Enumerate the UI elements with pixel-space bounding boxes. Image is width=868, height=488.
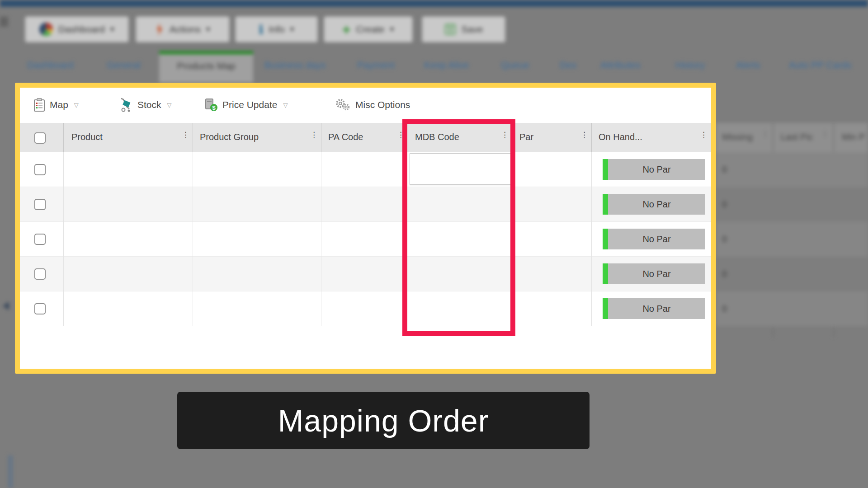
missing-value: 0 <box>722 222 727 257</box>
on-hand-badge: No Par <box>603 263 705 284</box>
chevron-down-outline-icon: ▽ <box>283 102 288 108</box>
tab-alerts[interactable]: Alerts <box>736 60 760 70</box>
column-menu-icon[interactable]: ⋮ <box>821 129 829 138</box>
tab-dashboard[interactable]: Dashboard <box>27 60 74 70</box>
row-checkbox[interactable] <box>34 164 46 175</box>
tab-general[interactable]: General <box>107 60 141 70</box>
table-row[interactable]: No Par <box>20 152 711 187</box>
chevron-down-icon: ▼ <box>390 26 394 33</box>
tab-attributes[interactable]: Attributes <box>600 60 641 70</box>
row-checkbox[interactable] <box>34 303 46 314</box>
column-menu-icon[interactable]: ⋮ <box>397 130 405 139</box>
table-row[interactable]: No Par <box>20 291 711 326</box>
on-hand-label: No Par <box>608 263 705 284</box>
save-button[interactable]: Save <box>422 16 505 42</box>
on-hand-label: No Par <box>608 159 705 180</box>
map-menu-button[interactable]: Map ▽ <box>33 94 79 116</box>
on-hand-label: No Par <box>608 229 705 249</box>
column-header-par[interactable]: Par <box>519 132 533 142</box>
missing-value: 0 <box>722 187 727 222</box>
table-row-right: 0 <box>716 291 868 326</box>
actions-button[interactable]: Actions ▼ <box>136 16 230 42</box>
price-tag-icon: $ <box>204 98 218 112</box>
lightning-icon <box>155 23 164 36</box>
collapse-panel-arrow-icon[interactable] <box>3 302 9 310</box>
clipboard-icon <box>33 98 45 112</box>
save-button-label: Save <box>462 24 483 35</box>
browser-top-bar <box>0 0 868 7</box>
column-header-pa-code[interactable]: PA Code <box>328 132 363 142</box>
misc-options-label: Misc Options <box>355 99 410 110</box>
chevron-down-outline-icon: ▽ <box>74 102 79 108</box>
column-header-min-p[interactable]: Min P <box>842 132 865 142</box>
info-icon: i <box>259 23 263 36</box>
tab-dex[interactable]: Dex <box>560 60 576 70</box>
column-divider <box>591 123 592 152</box>
table-row[interactable]: No Par <box>20 257 711 291</box>
table-row[interactable]: No Par <box>20 222 711 257</box>
column-menu-icon[interactable]: ⋮ <box>761 129 769 138</box>
table-row[interactable]: No Par <box>20 187 711 222</box>
table-row-right: 0 <box>716 257 868 291</box>
on-hand-badge: No Par <box>603 159 705 180</box>
column-header-missing[interactable]: Missing <box>722 132 753 142</box>
create-button-label: Create <box>356 24 384 35</box>
price-update-menu-label: Price Update <box>222 99 277 110</box>
save-icon <box>444 23 456 35</box>
column-header-mdb-code[interactable]: MDB Code <box>415 132 459 142</box>
missing-value: 0 <box>722 291 727 326</box>
pie-chart-icon <box>39 23 53 36</box>
column-header-on-hand[interactable]: On Hand... <box>599 132 642 142</box>
stock-menu-button[interactable]: Stock ▽ <box>119 94 172 116</box>
table-row-right: 0 <box>716 222 868 257</box>
actions-button-label: Actions <box>170 24 201 35</box>
dashboard-button[interactable]: Dashboard ▼ <box>25 16 129 42</box>
tab-business-days[interactable]: Business days <box>264 60 326 70</box>
column-divider <box>321 152 321 326</box>
column-divider <box>408 152 408 326</box>
active-tab-indicator <box>159 51 253 54</box>
column-header-last-pic[interactable]: Last Pic <box>781 132 813 142</box>
column-divider <box>591 152 592 326</box>
misc-options-button[interactable]: Misc Options <box>335 94 410 116</box>
mapping-order-label: Mapping Order <box>177 392 590 449</box>
tab-auto-pp-cards[interactable]: Auto PP Cards <box>789 60 852 70</box>
select-all-checkbox[interactable] <box>34 132 46 144</box>
gears-icon <box>335 99 351 111</box>
plus-icon: + <box>342 23 350 37</box>
column-menu-icon[interactable]: ⋮ <box>182 130 189 139</box>
chevron-down-icon: ▼ <box>206 26 210 33</box>
row-checkbox[interactable] <box>34 199 46 210</box>
column-menu-icon[interactable]: ⋮ <box>580 130 588 139</box>
chevron-down-outline-icon: ▽ <box>167 102 172 108</box>
par-status-bar <box>603 159 608 180</box>
column-menu-icon[interactable]: ⋮ <box>310 130 318 139</box>
on-hand-badge: No Par <box>603 194 705 215</box>
on-hand-label: No Par <box>608 194 705 215</box>
par-status-bar <box>603 229 608 249</box>
create-button[interactable]: + Create ▼ <box>324 16 413 42</box>
tab-products-map[interactable]: Products Map <box>159 61 253 71</box>
column-header-product[interactable]: Product <box>71 132 103 142</box>
tab-history[interactable]: History <box>675 60 705 70</box>
par-status-bar <box>603 298 608 319</box>
left-edge-notch <box>0 17 8 27</box>
price-update-menu-button[interactable]: $ Price Update ▽ <box>204 94 288 116</box>
tab-payment[interactable]: Payment <box>357 60 395 70</box>
info-button[interactable]: i Info ▼ <box>235 16 318 42</box>
dollar-glyph: $ <box>212 104 216 111</box>
column-divider <box>512 123 513 152</box>
app-window: Dashboard ▼ Actions ▼ i Info ▼ + Create … <box>0 0 868 488</box>
column-menu-icon[interactable]: ⋮ <box>501 130 509 139</box>
par-status-bar <box>603 263 608 284</box>
row-checkbox[interactable] <box>34 234 46 245</box>
column-menu-icon[interactable]: ⋮ <box>700 130 708 139</box>
on-hand-label: No Par <box>608 298 705 319</box>
row-checkbox[interactable] <box>34 268 46 280</box>
tab-queue[interactable]: Queue <box>501 60 529 70</box>
column-divider <box>408 123 408 152</box>
tab-keep-alive[interactable]: Keep Alive <box>424 60 469 70</box>
column-header-product-group[interactable]: Product Group <box>200 132 259 142</box>
mdb-code-edit-cell[interactable] <box>410 153 511 185</box>
map-menu-label: Map <box>50 99 68 110</box>
